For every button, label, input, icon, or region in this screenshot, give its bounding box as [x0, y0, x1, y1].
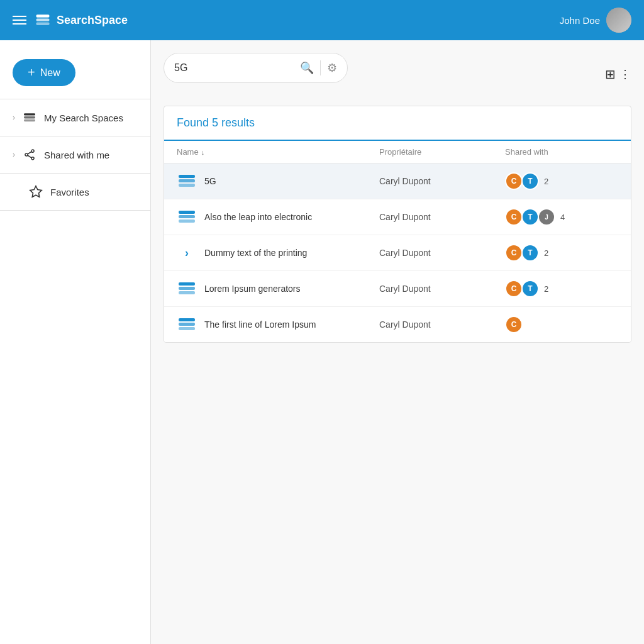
- sort-arrow-icon: ↓: [201, 148, 205, 156]
- row-icon-layers: [177, 314, 197, 335]
- svg-rect-3: [24, 119, 35, 121]
- shared-avatar-c: C: [505, 172, 523, 190]
- new-button[interactable]: + New: [13, 59, 75, 86]
- col-name-header[interactable]: Name ↓: [177, 147, 379, 157]
- svg-rect-17: [179, 291, 195, 294]
- avatar[interactable]: [606, 8, 631, 33]
- svg-rect-19: [179, 282, 195, 286]
- view-controls: ⊞ ⋮: [605, 67, 631, 82]
- top-navigation: SearchSpace John Doe: [0, 0, 644, 40]
- row-name: The first line of Lorem Ipsum: [204, 319, 379, 330]
- sidebar-item-label-shared-with-me: Shared with me: [44, 150, 109, 160]
- more-options-icon[interactable]: ⋮: [619, 67, 631, 81]
- main-layout: + New › My Search Spaces ›: [0, 40, 644, 644]
- nav-left: SearchSpace: [13, 11, 128, 29]
- shared-count: 4: [560, 213, 565, 222]
- row-icon-layers: [177, 171, 197, 191]
- sidebar-divider-1: [0, 99, 150, 99]
- star-icon: [29, 185, 43, 199]
- sidebar-divider-4: [0, 210, 150, 211]
- logo-icon: [34, 11, 52, 29]
- layers-icon: [23, 111, 36, 125]
- row-shared: C: [505, 316, 618, 333]
- shared-avatar-t: T: [521, 244, 539, 262]
- svg-rect-1: [36, 18, 50, 21]
- filter-icon[interactable]: ⚙: [327, 61, 337, 75]
- svg-point-7: [25, 153, 28, 156]
- app-name: SearchSpace: [57, 14, 128, 27]
- row-shared: C T J 4: [505, 208, 618, 226]
- sidebar: + New › My Search Spaces ›: [0, 40, 151, 644]
- row-name: Lorem Ipsum generators: [204, 284, 379, 294]
- shared-avatar-j: J: [538, 208, 555, 226]
- search-icon[interactable]: 🔍: [300, 61, 314, 75]
- row-proprietaire: Caryl Dupont: [379, 284, 505, 294]
- svg-rect-14: [179, 219, 195, 223]
- sidebar-item-my-search-spaces[interactable]: › My Search Spaces: [0, 102, 150, 133]
- shared-count: 2: [544, 177, 548, 186]
- svg-rect-0: [36, 23, 50, 25]
- row-shared: C T 2: [505, 244, 618, 262]
- row-icon-layers: [177, 207, 197, 227]
- row-name: Also the leap into electronic: [204, 212, 379, 222]
- chevron-right-icon: ›: [13, 113, 15, 122]
- row-icon-layers: [177, 279, 197, 299]
- row-proprietaire: Caryl Dupont: [379, 212, 505, 222]
- shared-count: 2: [544, 248, 548, 258]
- svg-point-8: [31, 157, 34, 160]
- svg-rect-11: [179, 184, 195, 187]
- hamburger-menu[interactable]: [13, 16, 26, 25]
- shared-count: 2: [544, 284, 548, 294]
- svg-rect-5: [24, 113, 35, 115]
- shared-avatar-c: C: [505, 244, 523, 262]
- plus-icon: +: [28, 65, 35, 80]
- svg-rect-2: [36, 14, 50, 17]
- table-row[interactable]: The first line of Lorem Ipsum Caryl Dupo…: [164, 307, 631, 342]
- svg-rect-12: [179, 179, 195, 182]
- results-container: Found 5 results Name ↓ Propriétaire Shar…: [164, 106, 631, 343]
- shared-avatar-c: C: [505, 316, 523, 333]
- svg-rect-15: [179, 215, 195, 218]
- svg-line-9: [28, 152, 31, 154]
- shared-avatar-t: T: [521, 208, 539, 226]
- sidebar-divider-2: [0, 136, 150, 136]
- svg-rect-13: [179, 175, 195, 178]
- sidebar-item-shared-with-me[interactable]: › Shared with me: [0, 139, 150, 170]
- row-proprietaire: Caryl Dupont: [379, 319, 505, 330]
- sidebar-item-favorites[interactable]: Favorites: [0, 176, 150, 208]
- row-shared: C T 2: [505, 280, 618, 297]
- grid-view-icon[interactable]: ⊞: [605, 67, 616, 82]
- col-proprietaire-header: Propriétaire: [379, 147, 505, 157]
- svg-rect-18: [179, 287, 195, 290]
- svg-rect-20: [179, 327, 195, 330]
- row-icon-chevron: ›: [177, 243, 197, 263]
- search-input[interactable]: [174, 62, 300, 74]
- col-shared-header: Shared with: [505, 147, 618, 157]
- app-logo: SearchSpace: [34, 11, 128, 29]
- sidebar-item-label-my-search-spaces: My Search Spaces: [44, 113, 123, 123]
- shared-avatar-t: T: [521, 172, 539, 190]
- row-name: 5G: [204, 176, 379, 186]
- row-proprietaire: Caryl Dupont: [379, 248, 505, 258]
- results-title: Found 5 results: [164, 106, 631, 141]
- sidebar-divider-3: [0, 173, 150, 174]
- svg-rect-22: [179, 318, 195, 321]
- table-row[interactable]: Also the leap into electronic Caryl Dupo…: [164, 199, 631, 235]
- table-row[interactable]: › Dummy text of the printing Caryl Dupon…: [164, 235, 631, 271]
- avatar-image: [606, 8, 631, 33]
- search-divider: [320, 60, 321, 75]
- shared-avatar-c: C: [505, 208, 523, 226]
- search-bar: 🔍 ⚙: [164, 53, 348, 83]
- content-area: 🔍 ⚙ ⊞ ⋮ Found 5 results Name ↓ Propriéta…: [151, 40, 644, 644]
- share-icon: [23, 148, 36, 162]
- table-header: Name ↓ Propriétaire Shared with: [164, 141, 631, 164]
- table-row[interactable]: 5G Caryl Dupont C T 2: [164, 164, 631, 199]
- svg-point-6: [31, 150, 34, 152]
- chevron-right-icon-2: ›: [13, 150, 15, 159]
- row-proprietaire: Caryl Dupont: [379, 176, 505, 186]
- new-button-label: New: [40, 67, 60, 79]
- table-row[interactable]: Lorem Ipsum generators Caryl Dupont C T …: [164, 271, 631, 307]
- svg-rect-4: [24, 116, 35, 118]
- row-shared: C T 2: [505, 172, 618, 190]
- sidebar-item-label-favorites: Favorites: [50, 187, 89, 197]
